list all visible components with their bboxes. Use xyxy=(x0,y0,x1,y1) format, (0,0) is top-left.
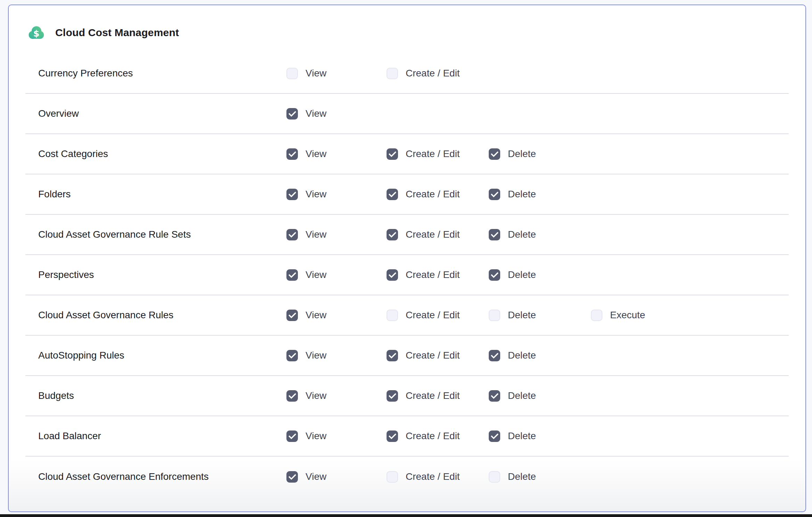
execute-checkbox[interactable] xyxy=(591,310,602,321)
permission-name: Folders xyxy=(38,189,286,200)
permission-slot: Create / Edit xyxy=(387,269,489,281)
delete-label: Delete xyxy=(508,189,536,200)
create-edit-label: Create / Edit xyxy=(406,430,460,442)
permission-slot: View xyxy=(286,310,387,321)
card-header: $ Cloud Cost Management xyxy=(9,5,805,54)
permission-slot: Delete xyxy=(489,471,591,483)
view-checkbox[interactable] xyxy=(286,310,298,321)
view-checkbox[interactable] xyxy=(286,229,298,240)
delete-checkbox[interactable] xyxy=(489,471,500,483)
permission-slot: View xyxy=(286,390,387,402)
cloud-dollar-icon: $ xyxy=(27,25,46,40)
permission-slot: Create / Edit xyxy=(387,471,489,483)
permission-slot: View xyxy=(286,148,387,160)
permission-name: Cloud Asset Governance Enforcements xyxy=(38,471,286,482)
view-label: View xyxy=(306,350,326,361)
permission-row: Load Balancer View Create / Edit Delete xyxy=(25,416,789,457)
permission-slot: Create / Edit xyxy=(387,189,489,200)
create-edit-checkbox[interactable] xyxy=(387,430,398,442)
create-edit-label: Create / Edit xyxy=(406,229,460,240)
view-label: View xyxy=(306,229,326,240)
permission-slot: Create / Edit xyxy=(387,430,489,442)
delete-checkbox[interactable] xyxy=(489,310,500,321)
view-checkbox[interactable] xyxy=(286,148,298,160)
permission-slot: Create / Edit xyxy=(387,229,489,240)
delete-label: Delete xyxy=(508,430,536,442)
delete-checkbox[interactable] xyxy=(489,269,500,281)
page-title: Cloud Cost Management xyxy=(55,27,179,39)
delete-checkbox[interactable] xyxy=(489,390,500,402)
delete-label: Delete xyxy=(508,471,536,482)
view-checkbox[interactable] xyxy=(286,68,298,79)
view-checkbox[interactable] xyxy=(286,269,298,281)
permission-row: Budgets View Create / Edit Delete xyxy=(25,376,789,416)
view-checkbox[interactable] xyxy=(286,189,298,200)
permission-name: Budgets xyxy=(38,390,286,401)
delete-label: Delete xyxy=(508,269,536,280)
view-label: View xyxy=(306,108,326,119)
delete-checkbox[interactable] xyxy=(489,148,500,160)
permission-slot: Create / Edit xyxy=(387,68,489,79)
view-label: View xyxy=(306,310,326,321)
create-edit-checkbox[interactable] xyxy=(387,471,398,483)
delete-label: Delete xyxy=(508,310,536,321)
view-checkbox[interactable] xyxy=(286,350,298,361)
permission-slot: Delete xyxy=(489,390,591,402)
view-checkbox[interactable] xyxy=(286,108,298,120)
bottom-dark-strip xyxy=(0,514,812,517)
permission-slot: Delete xyxy=(489,350,591,361)
permission-name: Perspectives xyxy=(38,269,286,280)
view-label: View xyxy=(306,390,326,401)
delete-checkbox[interactable] xyxy=(489,189,500,200)
create-edit-checkbox[interactable] xyxy=(387,350,398,361)
permission-name: Currency Preferences xyxy=(38,68,286,79)
view-label: View xyxy=(306,471,326,482)
create-edit-label: Create / Edit xyxy=(406,471,460,482)
permission-slot: View xyxy=(286,471,387,483)
permissions-table: Currency Preferences View Create / Edit … xyxy=(25,54,789,497)
view-checkbox[interactable] xyxy=(286,390,298,402)
delete-label: Delete xyxy=(508,390,536,401)
create-edit-checkbox[interactable] xyxy=(387,189,398,200)
permission-name: Cloud Asset Governance Rule Sets xyxy=(38,229,286,240)
delete-label: Delete xyxy=(508,350,536,361)
permission-row: Perspectives View Create / Edit Delete xyxy=(25,255,789,295)
permission-row: Cost Categories View Create / Edit Delet… xyxy=(25,134,789,174)
permission-row: Cloud Asset Governance Rules View Create… xyxy=(25,295,789,336)
view-label: View xyxy=(306,269,326,280)
permission-slot: Create / Edit xyxy=(387,390,489,402)
permission-slot: Create / Edit xyxy=(387,148,489,160)
permission-row: Cloud Asset Governance Enforcements View… xyxy=(25,457,789,497)
permission-name: Load Balancer xyxy=(38,430,286,442)
view-checkbox[interactable] xyxy=(286,430,298,442)
permissions-card: $ Cloud Cost Management Currency Prefere… xyxy=(8,5,806,512)
permission-row: Overview View xyxy=(25,94,789,134)
create-edit-checkbox[interactable] xyxy=(387,229,398,240)
create-edit-checkbox[interactable] xyxy=(387,148,398,160)
delete-checkbox[interactable] xyxy=(489,229,500,240)
create-edit-label: Create / Edit xyxy=(406,148,460,159)
view-label: View xyxy=(306,430,326,442)
delete-checkbox[interactable] xyxy=(489,430,500,442)
create-edit-checkbox[interactable] xyxy=(387,269,398,281)
view-checkbox[interactable] xyxy=(286,471,298,483)
permission-slot: View xyxy=(286,229,387,240)
create-edit-checkbox[interactable] xyxy=(387,68,398,79)
delete-checkbox[interactable] xyxy=(489,350,500,361)
permission-name: Cloud Asset Governance Rules xyxy=(38,310,286,321)
permission-slot: Create / Edit xyxy=(387,350,489,361)
create-edit-checkbox[interactable] xyxy=(387,390,398,402)
permission-slot: Delete xyxy=(489,229,591,240)
permission-slot: Delete xyxy=(489,430,591,442)
permission-row: AutoStopping Rules View Create / Edit De… xyxy=(25,336,789,376)
create-edit-checkbox[interactable] xyxy=(387,310,398,321)
permission-row: Folders View Create / Edit Delete xyxy=(25,174,789,215)
permission-slot: Create / Edit xyxy=(387,310,489,321)
permission-slot: Delete xyxy=(489,310,591,321)
delete-label: Delete xyxy=(508,229,536,240)
permission-row: Currency Preferences View Create / Edit xyxy=(25,54,789,94)
execute-label: Execute xyxy=(610,310,645,321)
create-edit-label: Create / Edit xyxy=(406,68,460,79)
create-edit-label: Create / Edit xyxy=(406,390,460,401)
permission-slot: Delete xyxy=(489,189,591,200)
